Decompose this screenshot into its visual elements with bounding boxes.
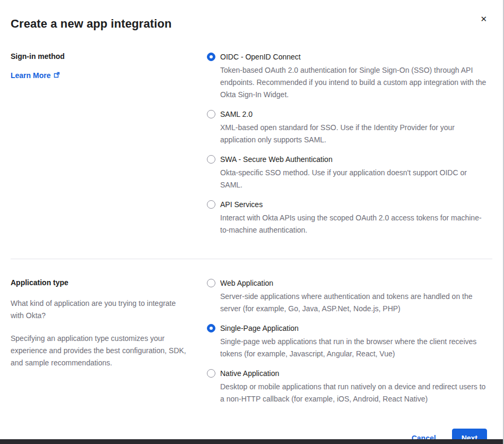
radio-icon-oidc[interactable] [207, 53, 215, 61]
radio-icon-saml[interactable] [207, 110, 215, 118]
radio-option-native-application[interactable]: Native Application Desktop or mobile app… [207, 369, 487, 405]
radio-option-single-page-application[interactable]: Single-Page Application Single-page web … [207, 323, 487, 360]
radio-texts: Web Application Server-side applications… [220, 278, 487, 315]
learn-more-link[interactable]: Learn More [11, 71, 60, 80]
radio-option-web-application[interactable]: Web Application Server-side applications… [207, 278, 487, 315]
radio-label: Native Application [220, 369, 487, 378]
signin-method-options: OIDC - OpenID Connect Token-based OAuth … [207, 52, 492, 236]
radio-texts: SWA - Secure Web Authentication Okta-spe… [220, 155, 487, 191]
radio-label: Single-Page Application [220, 323, 487, 333]
radio-label: SAML 2.0 [220, 109, 487, 119]
radio-description: Single-page web applications that run in… [220, 336, 487, 360]
radio-label: OIDC - OpenID Connect [220, 52, 487, 62]
signin-method-label: Sign-in method [11, 52, 191, 61]
radio-label: SWA - Secure Web Authentication [220, 155, 487, 164]
signin-radio-group: OIDC - OpenID Connect Token-based OAuth … [207, 52, 487, 236]
radio-icon-swa[interactable] [207, 155, 215, 164]
radio-texts: SAML 2.0 XML-based open standard for SSO… [220, 109, 487, 146]
radio-description: Interact with Okta APIs using the scoped… [220, 212, 487, 236]
radio-texts: OIDC - OpenID Connect Token-based OAuth … [220, 52, 487, 101]
radio-description: Desktop or mobile applications that run … [220, 381, 487, 405]
apptype-radio-group: Web Application Server-side applications… [207, 278, 487, 405]
radio-option-api-services[interactable]: API Services Interact with Okta APIs usi… [207, 200, 487, 236]
application-type-note: Specifying an application type customize… [11, 332, 191, 369]
radio-texts: Single-Page Application Single-page web … [220, 323, 487, 360]
radio-icon-native-application[interactable] [207, 369, 215, 378]
modal-body: Create a new app integration ✕ Sign-in m… [0, 0, 503, 444]
learn-more-label: Learn More [11, 71, 50, 80]
radio-description: XML-based open standard for SSO. Use if … [220, 122, 487, 146]
radio-option-oidc[interactable]: OIDC - OpenID Connect Token-based OAuth … [207, 52, 487, 101]
signin-method-left-col: Sign-in method Learn More [11, 52, 207, 80]
radio-texts: API Services Interact with Okta APIs usi… [220, 200, 487, 236]
radio-option-saml[interactable]: SAML 2.0 XML-based open standard for SSO… [207, 109, 487, 146]
radio-description: Server-side applications where authentic… [220, 291, 487, 315]
radio-icon-single-page-application[interactable] [207, 324, 215, 332]
application-type-label: Application type [11, 278, 191, 287]
external-link-icon [54, 71, 60, 80]
application-type-left-col: Application type What kind of applicatio… [11, 278, 207, 369]
radio-texts: Native Application Desktop or mobile app… [220, 369, 487, 405]
radio-description: Okta-specific SSO method. Use if your ap… [220, 167, 487, 191]
close-icon[interactable]: ✕ [478, 13, 489, 25]
background-bottom-bar [0, 439, 503, 444]
radio-description: Token-based OAuth 2.0 authentication for… [220, 64, 487, 101]
radio-label: Web Application [220, 278, 487, 288]
modal-header: Create a new app integration ✕ [11, 17, 492, 31]
radio-icon-web-application[interactable] [207, 279, 215, 287]
signin-method-section: Sign-in method Learn More [11, 52, 492, 236]
app-integration-dialog: Create a new app integration ✕ Sign-in m… [0, 0, 504, 444]
radio-label: API Services [220, 200, 487, 209]
section-divider [11, 259, 492, 259]
radio-icon-api-services[interactable] [207, 200, 215, 209]
application-type-options: Web Application Server-side applications… [207, 278, 492, 405]
radio-option-swa[interactable]: SWA - Secure Web Authentication Okta-spe… [207, 155, 487, 191]
application-type-question: What kind of application are you trying … [11, 297, 191, 322]
application-type-section: Application type What kind of applicatio… [11, 278, 492, 405]
page-title: Create a new app integration [11, 17, 476, 31]
